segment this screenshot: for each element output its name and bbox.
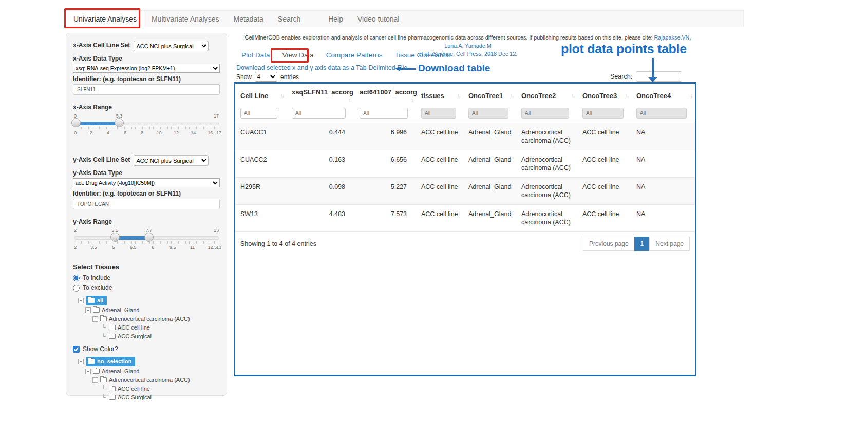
filter-input-cell-line[interactable] xyxy=(240,108,277,119)
filter-input-oncotree3[interactable] xyxy=(582,108,624,119)
x-range-handle-high[interactable] xyxy=(115,118,124,127)
filter-input-oncotree4[interactable] xyxy=(636,108,687,119)
sort-icon[interactable]: ↑↓ xyxy=(510,92,513,99)
folder-icon xyxy=(109,325,116,330)
collapse-icon[interactable] xyxy=(92,377,98,383)
color-tree: no_selection Adrenal_Gland Adrenocortica… xyxy=(78,357,220,401)
sort-icon[interactable]: ↑↓ xyxy=(571,92,574,99)
tree-node-acc[interactable]: Adrenocortical carcinoma (ACC) xyxy=(92,315,220,323)
nav-item-video-tutorial[interactable]: Video tutorial xyxy=(350,11,406,27)
annotation-left-arrowhead xyxy=(395,66,400,71)
sort-icon[interactable]: ↑↓ xyxy=(689,92,692,99)
sort-icon[interactable]: ↑↓ xyxy=(457,92,460,99)
tree-node-acc-surgical[interactable]: └ ACC Surgical xyxy=(102,332,220,340)
data-points-table-container: Cell Line↑↓ xsqSLFN11_accorg↑↓ act641007… xyxy=(234,82,696,376)
tab-compare-patterns[interactable]: Compare Patterns xyxy=(326,51,383,59)
y-range-handle-high[interactable] xyxy=(144,233,154,242)
nav-item-search[interactable]: Search xyxy=(271,11,308,27)
nav-item-metadata[interactable]: Metadata xyxy=(226,11,270,27)
select-tissues-label: Select Tissues xyxy=(73,263,220,271)
y-tick: 2 xyxy=(74,245,77,250)
x-tick: 14 xyxy=(191,130,196,136)
column-header-oncotree1[interactable]: OncoTree1↑↓ xyxy=(463,84,516,107)
sort-icon[interactable]: ↑↓ xyxy=(280,92,284,99)
x-range-max-label: 17 xyxy=(214,113,219,119)
y-axis-data-type-select[interactable]: act: Drug Activity (-log10[IC50M]) xyxy=(73,178,220,187)
filter-input-act641007[interactable] xyxy=(360,108,408,119)
to-exclude-label: To exclude xyxy=(83,284,112,292)
column-header-act641007[interactable]: act641007_accorg↑↓ xyxy=(354,84,416,107)
column-header-tissues[interactable]: tissues↑↓ xyxy=(416,84,463,107)
y-axis-cell-line-set-label: y-Axis Cell Line Set xyxy=(73,156,130,163)
filter-input-xsqslfn11[interactable] xyxy=(292,108,346,119)
y-axis-identifier-input[interactable] xyxy=(73,199,220,209)
tree-node-no-selection[interactable]: no_selection xyxy=(78,357,220,366)
folder-icon xyxy=(88,298,95,303)
table-cell: 0.163 xyxy=(287,150,354,178)
table-cell: ACC cell line xyxy=(577,123,631,150)
x-axis-data-type-select[interactable]: xsq: RNA-seq Expression (log2 FPKM+1) xyxy=(73,64,220,73)
y-axis-cell-line-set-select[interactable]: ACC NCI plus Surgical xyxy=(134,155,209,166)
leaf-connector: └ xyxy=(102,332,107,340)
y-range-ticks xyxy=(74,241,219,244)
filter-input-oncotree1[interactable] xyxy=(468,108,508,119)
table-cell: NA xyxy=(631,178,695,205)
filter-input-oncotree2[interactable] xyxy=(521,108,569,119)
y-tick: 9.5 xyxy=(169,245,176,250)
tab-tissue-correlation[interactable]: Tissue Correlation xyxy=(394,51,450,59)
column-header-oncotree3[interactable]: OncoTree3↑↓ xyxy=(577,84,631,107)
sort-icon[interactable]: ↑↓ xyxy=(348,96,351,103)
x-axis-identifier-input[interactable] xyxy=(73,84,220,95)
table-cell: H295R xyxy=(235,178,287,205)
nav-item-multivariate-analyses[interactable]: Multivariate Analyses xyxy=(144,11,227,27)
previous-page-button[interactable]: Previous page xyxy=(583,237,635,251)
collapse-icon[interactable] xyxy=(85,307,91,313)
x-tick: 4 xyxy=(107,130,109,136)
next-page-button[interactable]: Next page xyxy=(649,237,690,251)
column-header-oncotree2[interactable]: OncoTree2↑↓ xyxy=(516,84,577,107)
table-cell: ACC cell line xyxy=(577,178,631,205)
tree-node-adrenal-gland[interactable]: Adrenal_Gland xyxy=(85,306,220,314)
collapse-icon[interactable] xyxy=(92,316,98,322)
table-cell: NA xyxy=(631,150,695,178)
collapse-icon[interactable] xyxy=(78,298,84,303)
page-1-button[interactable]: 1 xyxy=(634,237,650,251)
x-axis-range-slider: 0 5.3 17 0 2 4 6 8 10 12 14 16 17 xyxy=(74,113,219,137)
x-axis-identifier-label: Identifier: (e.g. topotecan or SLFN11) xyxy=(73,75,220,83)
sort-icon[interactable]: ↑↓ xyxy=(625,92,628,99)
column-header-cell-line[interactable]: Cell Line↑↓ xyxy=(235,84,287,107)
column-header-oncotree4[interactable]: OncoTree4↑↓ xyxy=(631,84,695,107)
table-cell: Adrenal_Gland xyxy=(463,178,516,205)
tree-node-acc[interactable]: Adrenocortical carcinoma (ACC) xyxy=(92,376,220,384)
table-search-input[interactable] xyxy=(636,71,682,82)
tab-plot-data[interactable]: Plot Data xyxy=(241,51,270,59)
y-range-handle-low[interactable] xyxy=(110,233,120,242)
x-axis-cell-line-set-select[interactable]: ACC NCI plus Surgical xyxy=(134,41,209,51)
x-range-ticks xyxy=(74,127,219,129)
tree-node-acc-surgical[interactable]: └ ACC Surgical xyxy=(102,393,220,401)
entries-count-select[interactable]: 4 xyxy=(255,72,277,82)
column-header-xsqslfn11[interactable]: xsqSLFN11_accorg↑↓ xyxy=(287,84,354,107)
x-tick: 12 xyxy=(174,130,179,136)
annotation-red-box-view-data xyxy=(271,48,309,63)
to-exclude-radio[interactable] xyxy=(73,285,80,292)
folder-icon xyxy=(109,395,116,400)
collapse-icon[interactable] xyxy=(78,359,84,364)
sort-icon[interactable]: ↑↓ xyxy=(410,96,413,103)
tree-node-adrenal-gland[interactable]: Adrenal_Gland xyxy=(85,367,220,375)
tree-node-acc-cell-line[interactable]: └ ACC cell line xyxy=(102,323,220,332)
to-include-radio[interactable] xyxy=(73,275,80,281)
table-cell: CUACC2 xyxy=(235,150,287,178)
filter-input-tissues[interactable] xyxy=(421,108,456,119)
data-points-table: Cell Line↑↓ xsqSLFN11_accorg↑↓ act641007… xyxy=(235,84,695,232)
collapse-icon[interactable] xyxy=(85,369,91,374)
download-tab-delimited-link[interactable]: Download selected x and y axis data as a… xyxy=(236,64,407,71)
tree-node-acc-cell-line[interactable]: └ ACC cell line xyxy=(102,384,220,393)
table-cell: ACC cell line xyxy=(416,178,463,205)
show-color-checkbox[interactable] xyxy=(73,346,80,353)
tree-node-all[interactable]: all xyxy=(78,296,220,305)
x-range-handle-low[interactable] xyxy=(71,118,81,127)
x-range-fill xyxy=(74,122,119,125)
nav-item-help[interactable]: Help xyxy=(321,11,350,27)
y-axis-range-label: y-Axis Range xyxy=(73,218,220,225)
